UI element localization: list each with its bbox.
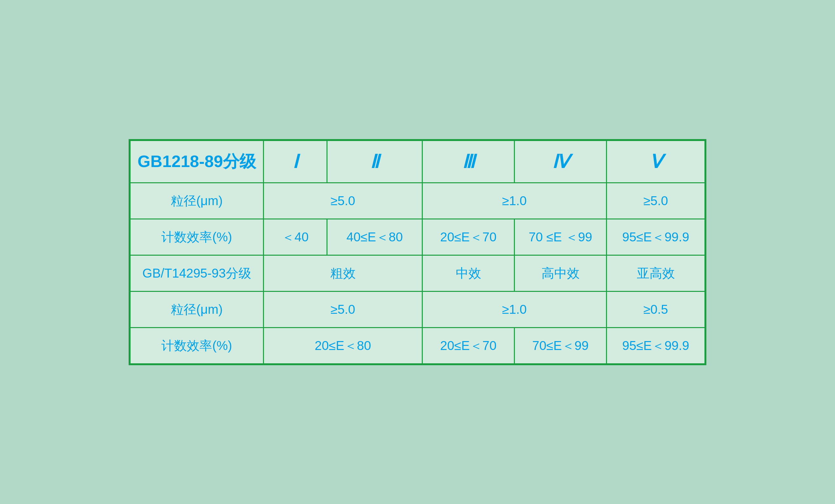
row4-col5: ≥0.5 xyxy=(607,291,705,327)
row3-span12: 粗效 xyxy=(264,255,423,291)
row5-col4: 70≤E＜99 xyxy=(514,327,607,364)
row3-col3: 中效 xyxy=(423,255,514,291)
row5-label: 计数效率(%) xyxy=(130,327,264,364)
row1-span34: ≥1.0 xyxy=(423,183,607,219)
row5-col5: 95≤E＜99.9 xyxy=(607,327,705,364)
row2-col4: 70 ≤E ＜99 xyxy=(514,219,607,255)
header-col4: Ⅳ xyxy=(514,140,607,183)
header-col2: Ⅱ xyxy=(327,140,423,183)
row2-label: 计数效率(%) xyxy=(130,219,264,255)
row1-col5: ≥5.0 xyxy=(607,183,705,219)
row-efficiency-2: 计数效率(%) 20≤E＜80 20≤E＜70 70≤E＜99 95≤E＜99.… xyxy=(130,327,705,364)
header-row: GB1218-89分级 Ⅰ Ⅱ Ⅲ Ⅳ Ⅴ xyxy=(130,140,705,183)
data-table: GB1218-89分级 Ⅰ Ⅱ Ⅲ Ⅳ Ⅴ 粒径(μm) ≥5.0 ≥1.0 ≥… xyxy=(129,140,706,364)
row3-label: GB/T14295-93分级 xyxy=(130,255,264,291)
row-gb-classification: GB/T14295-93分级 粗效 中效 高中效 亚高效 xyxy=(130,255,705,291)
row5-span12: 20≤E＜80 xyxy=(264,327,423,364)
row2-col1: ＜40 xyxy=(264,219,327,255)
row5-col3: 20≤E＜70 xyxy=(423,327,514,364)
main-table-container: GB1218-89分级 Ⅰ Ⅱ Ⅲ Ⅳ Ⅴ 粒径(μm) ≥5.0 ≥1.0 ≥… xyxy=(129,139,706,365)
row4-span34: ≥1.0 xyxy=(423,291,607,327)
header-col3: Ⅲ xyxy=(423,140,514,183)
row1-span12: ≥5.0 xyxy=(264,183,423,219)
header-label: GB1218-89分级 xyxy=(130,140,264,183)
row2-col2: 40≤E＜80 xyxy=(327,219,423,255)
row-particle-size-1: 粒径(μm) ≥5.0 ≥1.0 ≥5.0 xyxy=(130,183,705,219)
row4-label: 粒径(μm) xyxy=(130,291,264,327)
header-col5: Ⅴ xyxy=(607,140,705,183)
row3-col4: 高中效 xyxy=(514,255,607,291)
row4-span12: ≥5.0 xyxy=(264,291,423,327)
row2-col3: 20≤E＜70 xyxy=(423,219,514,255)
row1-label: 粒径(μm) xyxy=(130,183,264,219)
row-particle-size-2: 粒径(μm) ≥5.0 ≥1.0 ≥0.5 xyxy=(130,291,705,327)
row2-col5: 95≤E＜99.9 xyxy=(607,219,705,255)
header-col1: Ⅰ xyxy=(264,140,327,183)
row-efficiency-1: 计数效率(%) ＜40 40≤E＜80 20≤E＜70 70 ≤E ＜99 95… xyxy=(130,219,705,255)
row3-col5: 亚高效 xyxy=(607,255,705,291)
